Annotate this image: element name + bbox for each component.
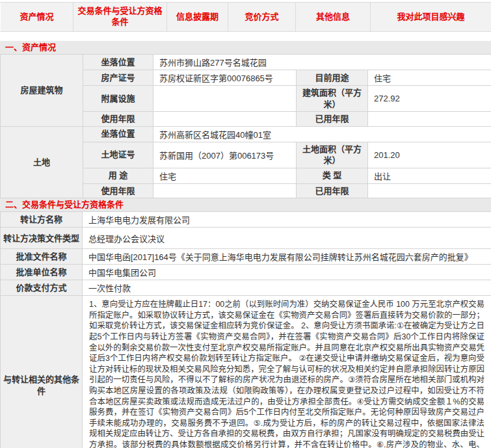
field-label-building-used-years: 已用年限	[297, 112, 368, 127]
field-value-land-term	[153, 183, 297, 198]
field-label-current-use: 目前用途	[297, 70, 368, 86]
group-label-land: 土地	[1, 126, 83, 198]
field-value-decision-doc-type: 总经理办公会议决议	[83, 228, 491, 249]
field-label-transferor-name: 转让方名称	[1, 212, 83, 228]
tab-other-info[interactable]: 其他信息	[296, 3, 371, 31]
table-row: 转让方决策文件类型 总经理办公会议决议	[1, 228, 491, 249]
field-label-approval-doc-name: 批准文件名称	[1, 249, 83, 265]
field-label-land-used-years: 已用年限	[297, 183, 368, 198]
field-label-land-type: 类 型	[297, 168, 368, 183]
asset-info-table: 房屋建筑物 坐落位置 苏州市狮山路277号名城花园 房产证号 苏房权证新区字第0…	[0, 54, 491, 198]
tab-asset-info[interactable]: 资产情况	[0, 3, 73, 31]
field-label-decision-doc-type: 转让方决策文件类型	[1, 228, 83, 249]
section-title-trade-conditions: 二、交易条件与受让方资格条件	[0, 198, 491, 211]
field-label-building-term: 使用年限	[83, 112, 153, 127]
field-value-land-cert: 苏新国用（2007）第006173号	[153, 142, 297, 168]
field-label-land-use: 用 途	[83, 168, 153, 183]
field-label-land-location: 坐落位置	[83, 126, 153, 142]
tab-interested-in-project[interactable]: 我对此项目感兴趣	[371, 3, 491, 31]
field-label-facilities: 附属设施	[83, 86, 153, 112]
field-value-building-location: 苏州市狮山路277号名城花园	[153, 55, 491, 70]
tab-trade-conditions[interactable]: 交易条件与受让方资格条件	[73, 3, 167, 31]
field-label-land-area: 土地面积（平方米）	[297, 142, 368, 168]
field-value-other-transfer-conditions: 1、意向受让方应在挂牌截止日17：00之前（以到账时间为准）交纳交易保证金人民币…	[83, 296, 491, 448]
table-row: 价款支付方式 一次性付款	[1, 280, 491, 296]
field-label-land-term: 使用年限	[83, 183, 153, 198]
trade-conditions-table: 转让方名称 上海华电电力发展有限公司 转让方决策文件类型 总经理办公会议决议 批…	[0, 211, 491, 448]
field-value-current-use: 住宅	[368, 70, 491, 86]
field-label-payment-method: 价款支付方式	[1, 280, 83, 296]
field-label-other-transfer-conditions: 与转让相关的其他条件	[1, 296, 83, 448]
field-value-land-area: 201.20	[368, 142, 491, 168]
table-row: 与转让相关的其他条件 1、意向受让方应在挂牌截止日17：00之前（以到账时间为准…	[1, 296, 491, 448]
tab-disclosure-period[interactable]: 信息披露期	[167, 3, 228, 31]
field-value-approval-doc-name: 中国华电函[2017]164号《关于同意上海华电电力发展有限公司挂牌转让苏州名城…	[83, 249, 491, 265]
field-value-approval-unit-name: 中国华电集团公司	[83, 265, 491, 280]
table-row: 土地 坐落位置 苏州高新区名城花园40幢01室	[1, 126, 491, 142]
field-label-approval-unit-name: 批准单位名称	[1, 265, 83, 280]
field-value-land-type: 出让	[368, 168, 491, 183]
field-label-location: 坐落位置	[83, 55, 153, 70]
field-value-land-location: 苏州高新区名城花园40幢01室	[153, 126, 491, 142]
field-label-building-area: 建筑面积（平方米）	[297, 86, 368, 112]
field-value-land-use: 住宅	[153, 168, 297, 183]
field-label-land-cert: 土地证号	[83, 142, 153, 168]
field-value-payment-method: 一次性付款	[83, 280, 491, 296]
tab-bar: 资产情况 交易条件与受让方资格条件 信息披露期 竞价方式 其他信息 我对此项目感…	[0, 2, 491, 32]
field-value-building-term	[153, 112, 297, 127]
section-title-asset-info: 一、资产情况	[0, 41, 491, 54]
table-row: 房屋建筑物 坐落位置 苏州市狮山路277号名城花园	[1, 55, 491, 70]
field-label-property-cert: 房产证号	[83, 70, 153, 86]
field-value-transferor-name: 上海华电电力发展有限公司	[83, 212, 491, 228]
group-label-building: 房屋建筑物	[1, 55, 83, 127]
project-detail-page: 资产情况 交易条件与受让方资格条件 信息披露期 竞价方式 其他信息 我对此项目感…	[0, 0, 491, 448]
table-row: 批准文件名称 中国华电函[2017]164号《关于同意上海华电电力发展有限公司挂…	[1, 249, 491, 265]
field-value-building-used-years	[368, 112, 491, 127]
table-row: 转让方名称 上海华电电力发展有限公司	[1, 212, 491, 228]
table-row: 批准单位名称 中国华电集团公司	[1, 265, 491, 280]
field-value-facilities	[153, 86, 297, 112]
field-value-property-cert: 苏房权证新区字第00076865号	[153, 70, 297, 86]
field-value-land-used-years	[368, 183, 491, 198]
field-value-building-area: 272.92	[368, 86, 491, 112]
tab-bidding-method[interactable]: 竞价方式	[228, 3, 296, 31]
